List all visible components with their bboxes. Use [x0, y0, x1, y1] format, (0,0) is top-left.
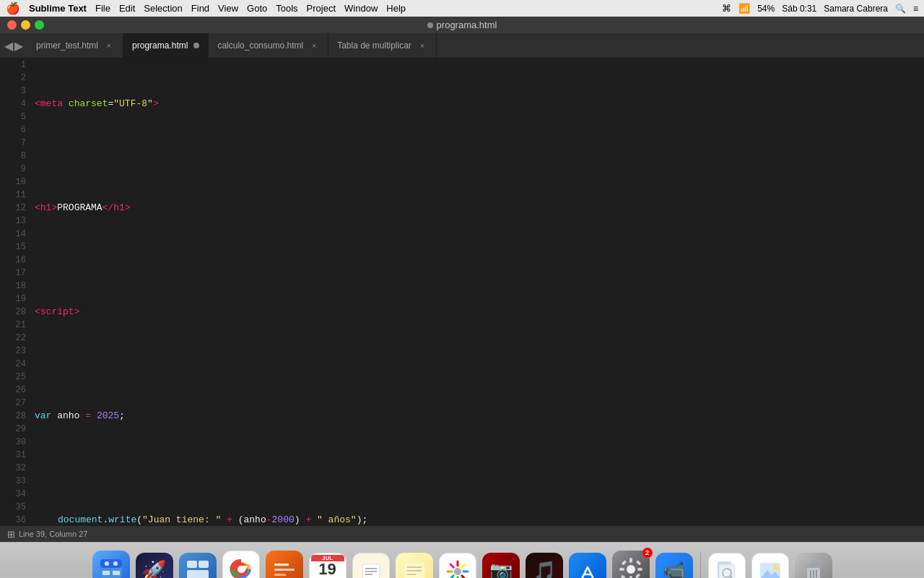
dock-item-finder[interactable] — [92, 551, 130, 579]
code-line-7: var anho = 2025; — [35, 410, 924, 423]
svg-rect-35 — [619, 568, 624, 571]
svg-rect-7 — [187, 561, 197, 568]
code-content[interactable]: <meta charset="UTF-8"> <h1>PROGRAMA</h1>… — [32, 59, 924, 526]
code-line-4 — [35, 254, 924, 267]
svg-rect-39 — [620, 574, 626, 578]
close-tab-calculo[interactable]: × — [309, 40, 319, 51]
user-name: Samara Cabrera — [824, 4, 888, 14]
battery-indicator: 54% — [757, 4, 775, 14]
menu-help[interactable]: Help — [386, 3, 406, 14]
tab-primer-test[interactable]: primer_test.html × — [27, 33, 123, 58]
code-line-5: <script> — [35, 306, 924, 319]
menu-sublime-text[interactable]: Sublime Text — [29, 3, 87, 14]
dock-item-preview[interactable] — [708, 553, 746, 579]
wifi-icon[interactable]: 📶 — [738, 3, 750, 14]
apple-menu[interactable]: 🍎 — [6, 1, 20, 15]
svg-line-30 — [461, 564, 464, 567]
search-icon[interactable]: 🔍 — [895, 4, 906, 14]
statusbar-line-col: Line 39, Column 27 — [19, 530, 87, 538]
svg-rect-6 — [113, 571, 120, 575]
dock-item-photos[interactable] — [439, 553, 476, 579]
menu-window[interactable]: Window — [344, 3, 378, 14]
code-line-1: <meta charset="UTF-8"> — [35, 98, 924, 111]
statusbar: ⊞ Line 39, Column 27 — [0, 526, 924, 542]
svg-point-3 — [105, 561, 109, 566]
svg-rect-8 — [199, 561, 209, 568]
dock-item-photo-booth[interactable]: 📷 — [482, 553, 520, 579]
tab-label-calculo: calculo_consumo.html — [217, 40, 303, 51]
tab-calculo[interactable]: calculo_consumo.html × — [209, 33, 328, 58]
tab-nav-back[interactable]: ◀▶ — [0, 33, 27, 58]
file-modified-dot — [427, 22, 433, 28]
svg-point-11 — [237, 566, 245, 573]
tab-modified-dot — [193, 43, 199, 48]
dock-item-launchpad[interactable]: 🚀 — [136, 553, 173, 579]
svg-rect-42 — [719, 564, 735, 579]
svg-rect-5 — [103, 571, 110, 575]
dock-item-system-preferences[interactable]: 2 — [612, 551, 650, 579]
svg-rect-14 — [274, 574, 286, 576]
dock-item-photos-export[interactable] — [751, 553, 789, 579]
svg-line-28 — [450, 564, 453, 567]
code-line-6 — [35, 358, 924, 371]
svg-point-47 — [773, 564, 779, 570]
menu-selection[interactable]: Selection — [144, 3, 182, 14]
tab-tabla[interactable]: Tabla de multiplicar × — [328, 33, 437, 58]
svg-rect-37 — [621, 560, 627, 566]
dock-item-sublime[interactable] — [266, 551, 303, 579]
code-editor[interactable]: 1 2 3 4 5 6 7 8 9 10 11 12 13 14 15 16 1… — [0, 59, 924, 526]
svg-point-32 — [627, 565, 635, 574]
datetime: Sáb 0:31 — [782, 4, 816, 14]
tab-label-programa: programa.html — [132, 40, 188, 51]
dock-item-reminders[interactable] — [352, 553, 390, 579]
minimize-button[interactable] — [21, 20, 30, 30]
close-button[interactable] — [7, 20, 17, 30]
menu-goto[interactable]: Goto — [247, 3, 267, 14]
svg-point-23 — [454, 568, 461, 575]
dock-item-trash[interactable] — [795, 553, 832, 579]
svg-rect-50 — [810, 564, 817, 566]
close-tab-tabla[interactable]: × — [417, 40, 427, 51]
window-title: programa.html — [427, 20, 497, 30]
menu-find[interactable]: Find — [191, 3, 209, 14]
menu-view[interactable]: View — [218, 3, 238, 14]
dock: 🚀 JUL 19 — [0, 542, 924, 578]
menu-project[interactable]: Project — [307, 3, 336, 14]
dock-item-notes[interactable] — [396, 553, 433, 579]
list-icon[interactable]: ≡ — [913, 4, 918, 14]
svg-rect-12 — [274, 564, 289, 566]
svg-rect-33 — [629, 558, 632, 563]
svg-line-31 — [450, 575, 453, 578]
menu-edit[interactable]: Edit — [119, 3, 135, 14]
dock-item-calendar[interactable]: JUL 19 — [309, 553, 346, 579]
menubar-right: ⌘ 📶 54% Sáb 0:31 Samara Cabrera 🔍 ≡ — [722, 3, 918, 14]
menubar: 🍎 Sublime Text File Edit Selection Find … — [0, 0, 924, 17]
menu-tools[interactable]: Tools — [276, 3, 297, 14]
code-line-8 — [35, 462, 924, 475]
menu-file[interactable]: File — [95, 3, 110, 14]
svg-rect-9 — [187, 570, 209, 579]
svg-point-4 — [113, 561, 118, 566]
dock-item-music[interactable]: 🎵 — [526, 553, 563, 579]
tab-label: primer_test.html — [36, 40, 98, 51]
close-tab-primer[interactable]: × — [104, 40, 114, 51]
svg-rect-40 — [635, 560, 641, 566]
siri-icon[interactable]: ⌘ — [722, 3, 731, 14]
svg-rect-13 — [274, 569, 295, 571]
code-line-9: document.write("Juan tiene: " + (anho-20… — [35, 514, 924, 526]
dock-item-appstore[interactable] — [569, 553, 606, 579]
tab-programa[interactable]: programa.html — [123, 33, 209, 58]
tabbar: ◀▶ primer_test.html × programa.html calc… — [0, 33, 924, 59]
dock-item-mission-control[interactable] — [179, 553, 217, 579]
dock-item-chrome[interactable] — [222, 551, 260, 579]
dock-item-zoom[interactable]: 📹 — [655, 553, 693, 579]
code-line-3: <h1>PROGRAMA</h1> — [35, 202, 924, 215]
svg-line-29 — [461, 575, 464, 578]
window-controls — [7, 20, 44, 30]
svg-rect-36 — [637, 568, 642, 571]
badge-system-preferences: 2 — [642, 548, 653, 558]
titlebar: programa.html — [0, 17, 924, 33]
statusbar-icon: ⊞ — [7, 529, 15, 540]
svg-rect-34 — [629, 576, 632, 579]
maximize-button[interactable] — [35, 20, 44, 30]
